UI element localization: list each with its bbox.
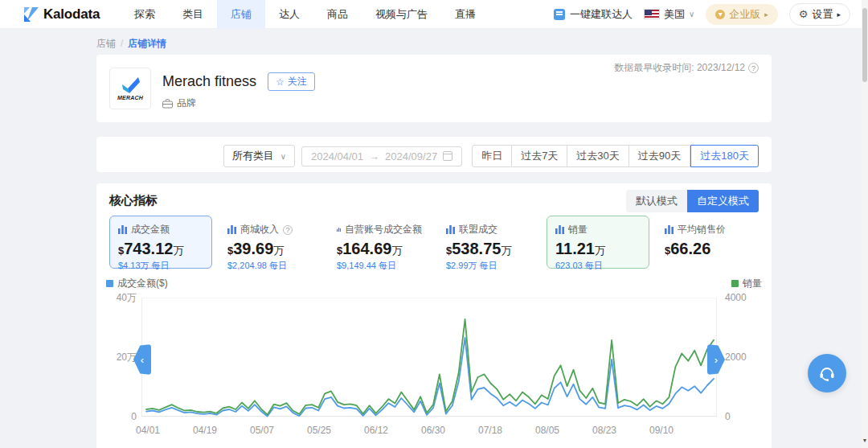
chevron-down-icon: ∨ [280,152,286,161]
calendar-icon [443,151,452,161]
region-label: 美国 [664,7,685,22]
metric-card-gmv[interactable]: 成交金额 $743.12万 $4.13万 每日 [109,216,212,269]
nav-item-category[interactable]: 类目 [169,0,217,29]
store-logo: MERACH [109,68,151,109]
nav-item-live[interactable]: 直播 [441,0,489,29]
customer-support-button[interactable] [808,354,846,393]
metric-daily-sub: 623.03 每日 [555,260,641,272]
metric-value: $164.69万 [337,240,422,257]
scrollbar-thumb[interactable] [862,8,867,82]
question-circle-icon[interactable]: ? [748,63,759,73]
date-range-picker[interactable]: 2024/04/01 → 2024/09/27 [301,146,462,166]
range-30d-button[interactable]: 过去30天 [567,145,628,167]
x-tick-3: 05/25 [307,425,331,436]
arrow-right-icon: ▸ [764,10,768,18]
chevron-down-icon: ∨ [689,10,694,18]
gear-icon: ⚙ [799,9,809,19]
collected-label: 数据最早收录时间: 2023/12/12 [614,61,745,75]
x-tick-6: 07/18 [478,425,502,436]
connect-creator-label: 一键建联达人 [570,7,633,22]
bar-chart-icon [555,225,564,234]
logo-text: Kalodata [43,6,100,23]
metric-value: 11.21万 [555,240,641,257]
store-type-label: 品牌 [177,97,196,110]
y-right-tick-0: 0 [725,411,757,422]
mode-custom-button[interactable]: 自定义模式 [687,190,759,212]
date-start-value: 2024/04/01 [311,150,363,162]
range-90d-button[interactable]: 过去90天 [629,145,690,167]
metric-label: 销量 [568,223,588,236]
enterprise-badge[interactable]: 企业版 ▸ [706,4,778,25]
top-nav-bar: Kalodata 探索 类目 店铺 达人 商品 视频与广告 直播 一键建联达人 … [0,0,868,29]
metric-card-own-account-gmv[interactable]: 自营账号成交金额 $164.69万 $9,149.44 每日 [328,216,431,269]
follow-button[interactable]: ☆ 关注 [268,72,315,91]
metric-card-avg-price[interactable]: 平均销售价 $66.26 [656,216,759,269]
settings-button[interactable]: ⚙ 设置 ▸ [789,3,850,26]
enterprise-label: 企业版 [729,7,760,22]
bar-chart-icon [446,225,455,234]
metric-card-affiliate-gmv[interactable]: 联盟成交 $538.75万 $2.99万 每日 [437,216,540,269]
legend-gmv[interactable]: 成交金额($) [106,277,168,290]
nav-item-explore[interactable]: 探索 [121,0,169,29]
nav-right-tools: 一键建联达人 美国 ∨ 企业版 ▸ ⚙ 设置 ▸ [554,3,868,26]
y-left-tick-40: 40万 [108,291,137,305]
arrow-right-icon: ▸ [837,10,841,18]
store-info-card: MERACH Merach fitness ☆ 关注 品牌 数据最早收录时间: … [96,55,772,122]
question-circle-icon[interactable]: ? [283,225,293,235]
chevron-right-icon: › [714,354,718,366]
x-tick-9: 09/10 [649,425,674,436]
x-tick-0: 04/01 [136,425,160,436]
metric-label: 商城收入 [240,223,279,236]
chart-plot-area[interactable] [141,298,717,417]
kalodata-logo[interactable]: Kalodata [0,6,121,23]
nav-item-product[interactable]: 商品 [313,0,362,29]
x-tick-8: 08/23 [592,425,616,436]
mode-default-button[interactable]: 默认模式 [626,190,687,212]
range-yesterday-button[interactable]: 昨日 [472,145,512,167]
chevron-left-icon: ‹ [141,354,144,366]
range-180d-button[interactable]: 过去180天 [690,145,759,167]
range-7d-button[interactable]: 过去7天 [512,145,567,167]
metric-value: $39.69万 [227,240,313,257]
metric-label: 平均销售价 [678,223,726,236]
date-end-value: 2024/09/27 [385,150,437,162]
nav-item-creator[interactable]: 达人 [265,0,313,29]
chart-series-svg [142,298,718,417]
us-flag-icon [644,9,660,19]
nav-item-video-ads[interactable]: 视频与广告 [362,0,441,29]
diamond-icon [715,10,725,19]
connect-creator-button[interactable]: 一键建联达人 [554,7,633,22]
chart-pan-left-handle[interactable]: ‹ [133,344,151,375]
store-name: Merach fitness [162,73,256,90]
category-select[interactable]: 所有类目 ∨ [223,145,295,167]
metric-cards-row: 成交金额 $743.12万 $4.13万 每日 商城收入? $39.69万 $2… [109,216,759,269]
breadcrumb-current: 店铺详情 [128,38,166,49]
metric-daily-sub: $2,204.98 每日 [227,260,313,272]
merach-check-icon [120,76,141,94]
section-title: 核心指标 [109,193,158,208]
x-tick-7: 08/05 [535,425,559,436]
star-icon: ☆ [276,76,285,88]
metric-card-sales-volume[interactable]: 销量 11.21万 623.03 每日 [547,216,649,269]
scrollbar-down-arrow[interactable]: ▼ [862,438,868,443]
bar-chart-icon [665,225,674,234]
metric-daily-sub: $9,149.44 每日 [337,260,422,272]
category-select-value: 所有类目 [232,149,274,163]
page-scrollbar[interactable]: ▼ [862,0,868,448]
legend-gmv-label: 成交金额($) [117,277,168,290]
metric-value: $743.12万 [118,240,203,257]
briefcase-icon [162,99,173,109]
nav-item-store[interactable]: 店铺 [217,0,265,29]
bar-chart-icon [227,225,236,234]
y-right-tick-4000: 4000 [725,292,757,303]
legend-sales[interactable]: 销量 [731,277,762,290]
legend-sales-label: 销量 [743,277,762,290]
metric-card-mall-revenue[interactable]: 商城收入? $39.69万 $2,204.98 每日 [219,216,321,269]
region-selector[interactable]: 美国 ∨ [644,7,694,22]
store-type: 品牌 [162,97,196,110]
date-arrow: → [369,150,379,162]
chart-pan-right-handle[interactable]: › [707,344,725,375]
x-tick-2: 05/07 [250,425,274,436]
breadcrumb-parent[interactable]: 店铺 [96,38,116,49]
data-collected-since: 数据最早收录时间: 2023/12/12 ? [614,61,759,75]
